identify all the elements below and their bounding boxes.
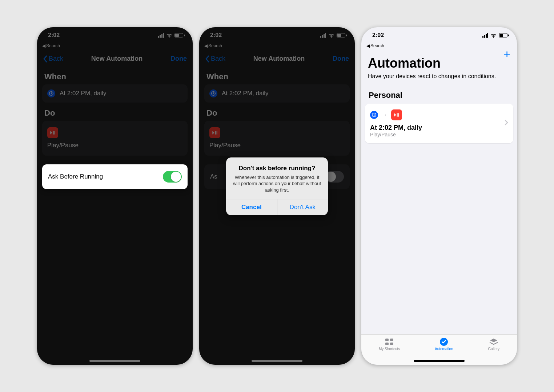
home-indicator[interactable] [89,360,140,362]
chevron-left-icon [205,55,209,63]
layers-icon [489,337,499,346]
phone-screen-2: 2:02 ◀ Search Back New Automation Done W… [199,27,355,365]
wifi-icon [328,33,334,38]
personal-section: Personal → At 2:02 PM, daily Play/Pause [365,85,513,143]
automation-title: At 2:02 PM, daily [370,124,508,132]
do-header: Do [37,103,193,121]
nav-bar: Back New Automation Done [199,50,355,66]
do-action-label: Play/Pause [47,142,79,149]
automation-card[interactable]: → At 2:02 PM, daily Play/Pause [365,104,513,143]
status-indicators [482,33,509,38]
chevron-right-icon [505,120,508,127]
add-automation-button[interactable]: + [503,48,510,61]
status-indicators [158,33,185,38]
ask-toggle-on[interactable] [163,171,182,183]
done-button[interactable]: Done [333,55,349,63]
chevron-left-icon: ◀ [42,43,45,48]
tab-gallery[interactable]: Gallery [488,337,499,351]
when-text: At 2:02 PM, daily [222,90,269,97]
back-search-label: Search [208,43,222,48]
status-time: 2:02 [48,32,60,39]
back-search-label: Search [46,43,60,48]
status-bar: 2:02 [37,27,193,43]
alert-buttons: Cancel Don't Ask [226,199,328,215]
page-title: New Automation [91,55,142,63]
tab-my-shortcuts[interactable]: My Shortcuts [379,337,400,351]
home-indicator[interactable] [414,360,465,362]
ask-label: Ask Before Running [48,173,103,180]
wifi-icon [166,33,172,38]
automation-subtitle: Play/Pause [370,132,508,137]
clock-icon [209,89,217,97]
chevron-left-icon: ◀ [366,43,370,48]
three-phone-layout: 2:02 ◀ Search Back New Automation Done W… [37,27,517,365]
alert-confirm-button[interactable]: Don't Ask [277,199,328,215]
back-label: Back [49,55,63,63]
ask-before-running-row[interactable]: Ask Before Running [42,164,188,189]
status-indicators [320,33,347,38]
phone-screen-1: 2:02 ◀ Search Back New Automation Done W… [37,27,193,365]
svg-rect-5 [385,343,389,345]
breadcrumb-back-search[interactable]: ◀ Search [361,43,517,50]
clock-icon [47,89,55,97]
wifi-icon [490,33,497,38]
page-subtitle: Have your devices react to changes in co… [361,72,517,85]
do-row[interactable]: Play/Pause [42,121,188,156]
tab-label: My Shortcuts [379,347,400,351]
battery-icon [174,33,185,37]
chevron-left-icon: ◀ [204,43,208,48]
arrow-right-icon: → [382,112,388,118]
when-row[interactable]: At 2:02 PM, daily [42,84,188,103]
page-title: New Automation [253,55,305,63]
cellular-icon [158,33,164,38]
tab-automation[interactable]: Automation [435,337,453,351]
status-time: 2:02 [210,32,222,39]
status-time: 2:02 [372,32,384,39]
done-button[interactable]: Done [170,55,187,63]
breadcrumb-back-search[interactable]: ◀ Search [199,43,355,50]
section-header-personal: Personal [365,85,513,104]
play-pause-icon [391,109,402,120]
phone-screen-3: 2:02 ◀ Search + Automation Have your dev… [361,27,517,365]
cellular-icon [320,33,326,38]
play-pause-icon [47,127,58,138]
clock-icon [370,111,378,119]
do-header: Do [199,103,355,121]
confirm-alert: Don't ask before running? Whenever this … [226,157,328,216]
when-header: When [199,66,355,84]
svg-rect-4 [390,339,393,341]
back-button[interactable]: Back [43,55,63,63]
status-bar: 2:02 [199,27,355,43]
breadcrumb-back-search[interactable]: ◀ Search [37,43,193,50]
alert-cancel-button[interactable]: Cancel [226,199,277,215]
clock-check-icon [439,337,449,346]
tab-label: Automation [435,347,453,351]
when-row[interactable]: At 2:02 PM, daily [204,84,350,103]
back-label: Back [211,55,225,63]
ask-label-dim: As [210,173,217,180]
nav-bar: Back New Automation Done [37,50,193,66]
alert-message: Whenever this automation is triggered, i… [232,174,322,193]
when-header: When [37,66,193,84]
do-row[interactable]: Play/Pause [204,121,350,156]
back-button[interactable]: Back [205,55,225,63]
play-pause-icon [209,127,220,138]
chevron-left-icon [43,55,47,63]
battery-icon [499,33,509,37]
svg-rect-3 [385,339,389,341]
cellular-icon [482,33,489,38]
svg-rect-6 [390,343,393,345]
when-text: At 2:02 PM, daily [60,90,107,97]
battery-icon [337,33,347,37]
automation-icons: → [370,109,508,120]
alert-body: Don't ask before running? Whenever this … [226,157,328,199]
back-search-label: Search [370,43,384,48]
grid-icon [384,337,394,346]
status-bar: 2:02 [361,27,517,43]
do-action-label: Play/Pause [209,142,241,149]
tab-label: Gallery [488,347,499,351]
page-title: Automation [361,50,517,72]
home-indicator[interactable] [252,360,302,362]
alert-title: Don't ask before running? [232,165,322,172]
